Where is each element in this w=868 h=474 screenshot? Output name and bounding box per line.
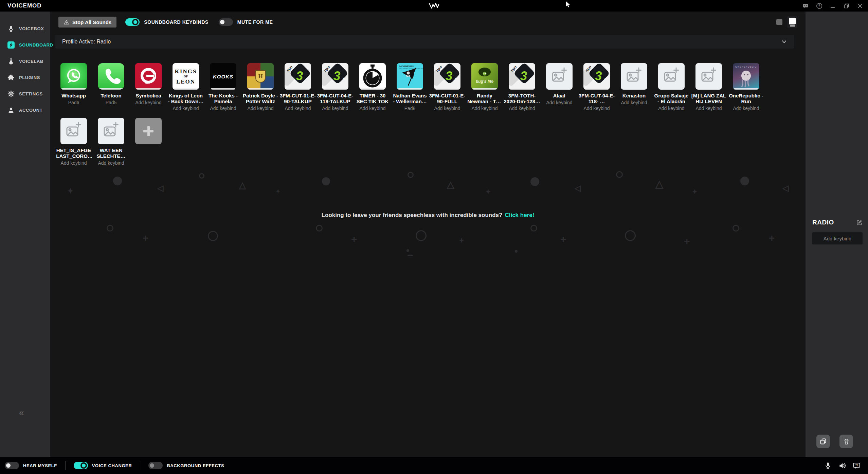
feedback-icon[interactable]: *! — [852, 461, 861, 470]
sidebar-item-label: SETTINGS — [19, 91, 43, 96]
selected-sound-title: RADIO — [812, 219, 834, 226]
decor-tri: △ — [655, 179, 663, 189]
sound-tile-keybind[interactable]: Add keybind — [98, 160, 124, 166]
sound-tile-image[interactable]: NATHAN EVANSWELLERMAN (220KID X BILLEN T… — [397, 63, 423, 90]
sound-tile-keybind[interactable]: Pad8 — [404, 106, 416, 111]
sound-tile-image[interactable] — [695, 63, 722, 90]
sound-tile-keybind[interactable]: Add keybind — [471, 106, 498, 111]
discord-icon[interactable] — [802, 2, 809, 9]
sound-tile-keybind[interactable]: Add keybind — [509, 106, 535, 111]
duplicate-button[interactable] — [816, 435, 830, 448]
svg-text:bug's life: bug's life — [476, 79, 494, 84]
sidebar-item-voicelab[interactable]: VOICELAB — [0, 53, 50, 69]
add-keybind-button[interactable]: Add keybind — [812, 232, 863, 244]
sidebar-item-settings[interactable]: SETTINGS — [0, 86, 50, 102]
bottombar: HEAR MYSELF VOICE CHANGER BACKGROUND EFF… — [0, 457, 868, 474]
sound-tile-keybind[interactable]: Add keybind — [173, 106, 199, 111]
sound-tile-image[interactable]: KINGSOFLEON — [173, 63, 199, 90]
sidebar-item-account[interactable]: ACCOUNT — [0, 102, 50, 118]
sound-tile-image[interactable] — [135, 63, 162, 90]
sound-tile-image[interactable] — [359, 63, 386, 90]
decor-play: ◁ — [782, 184, 789, 192]
sound-tile-keybind[interactable]: Add keybind — [621, 100, 647, 105]
sidebar-item-plugins[interactable]: PLUGINS — [0, 69, 50, 86]
decor-sparkle: ✦ — [486, 189, 491, 195]
speaker-icon[interactable] — [838, 461, 846, 470]
sound-tile-image[interactable] — [546, 63, 573, 90]
sound-tile-keybind[interactable]: Add keybind — [733, 106, 759, 111]
decor-play: ◁ — [575, 184, 581, 192]
decor-dot — [530, 177, 539, 186]
sound-tile-label: 3FM-TOTH-2020-Dm-128… — [504, 93, 540, 104]
decor-dot — [322, 177, 330, 185]
sound-tile-keybind[interactable]: Add keybind — [583, 106, 610, 111]
sound-tile-label: 3FM-CUT-01-E-90-TALKUP — [279, 93, 316, 104]
sidebar-item-soundboard[interactable]: SOUNDBOARD — [0, 37, 50, 53]
sound-tile-keybind[interactable]: Add keybind — [359, 106, 385, 111]
delete-button[interactable] — [839, 435, 853, 448]
sound-tile-label: Patrick Doyle - Potter Waltz — [242, 93, 279, 104]
svg-text:F: F — [306, 77, 308, 81]
svg-text:3: 3 — [446, 69, 453, 83]
voice-changer-toggle[interactable] — [74, 462, 88, 469]
sound-tile-image[interactable]: npo3F — [509, 63, 535, 90]
decor-sparkle: ✦ — [67, 187, 73, 195]
sound-tile-keybind[interactable]: Add keybind — [322, 106, 348, 111]
sound-tile-keybind[interactable]: Add keybind — [434, 106, 460, 111]
gear-icon — [7, 90, 15, 97]
sound-tile-keybind[interactable]: Add keybind — [285, 106, 311, 111]
sound-tile-image[interactable] — [135, 118, 162, 144]
sidebar-item-label: VOICELAB — [19, 59, 43, 64]
close-button[interactable] — [856, 2, 863, 9]
sound-tile-keybind[interactable]: Add keybind — [247, 106, 273, 111]
sound-tile-image[interactable] — [98, 63, 124, 90]
sidebar-item-voicebox[interactable]: VOICEBOX — [0, 20, 50, 37]
sidebar-collapse-button[interactable]: « — [19, 408, 24, 417]
sound-tile-image[interactable]: npo3F — [434, 63, 460, 90]
decor-ring — [733, 225, 739, 232]
sound-tile: WAT EEN SLECHTE… Add keybind — [92, 118, 130, 166]
sound-tile-image[interactable]: npo3F — [285, 63, 311, 90]
sound-tile-image[interactable]: ONEREPUBLIC — [733, 63, 759, 90]
keybind-panel: RADIO Add keybind — [806, 12, 868, 457]
sound-tile-keybind[interactable]: Add keybind — [695, 106, 722, 111]
hear-myself-label: HEAR MYSELF — [23, 463, 57, 468]
sound-tile-image[interactable]: npo3F — [583, 63, 610, 90]
sound-tile-image[interactable]: H — [247, 63, 274, 90]
sidebar-item-label: VOICEBOX — [19, 26, 44, 31]
sound-tile-keybind[interactable]: Add keybind — [210, 106, 236, 111]
svg-text:3: 3 — [333, 69, 341, 83]
sound-tile-keybind[interactable]: Add keybind — [135, 100, 161, 105]
edit-icon[interactable] — [856, 219, 863, 225]
sound-tile-keybind[interactable]: Add keybind — [60, 160, 87, 166]
sound-tile-keybind[interactable]: Pad5 — [106, 100, 117, 105]
microphone-status-icon[interactable] — [824, 461, 832, 470]
sound-tile-image[interactable]: KOOKS — [210, 63, 236, 90]
sound-tile: KINGSOFLEON Kings of Leon - Back Down… A… — [167, 63, 204, 111]
sound-tile-image[interactable] — [60, 63, 87, 90]
sound-tile-label: [M] LANG ZAL HIJ LEVEN — [690, 93, 727, 104]
sound-tile-image[interactable] — [658, 63, 685, 90]
background-effects-toggle[interactable] — [148, 462, 163, 469]
sound-tile-keybind[interactable]: Add keybind — [546, 100, 572, 105]
sound-tile-image[interactable] — [60, 118, 87, 144]
decor-ring — [625, 230, 636, 241]
sound-tile-image[interactable] — [621, 63, 647, 90]
sound-tile-image[interactable]: bug's life — [471, 63, 498, 90]
restore-button[interactable] — [843, 2, 850, 9]
minimize-button[interactable] — [829, 2, 836, 9]
sound-tile: H Patrick Doyle - Potter Waltz Add keybi… — [242, 63, 279, 111]
sidebar-item-label: ACCOUNT — [19, 108, 42, 113]
help-icon[interactable]: ? — [816, 2, 822, 9]
sound-tile-label: Nathan Evans - Wellerman… — [392, 93, 428, 104]
sound-tile: Kenaston Add keybind — [615, 63, 653, 111]
sound-tile-keybind[interactable]: Add keybind — [658, 106, 684, 111]
hear-myself-toggle[interactable] — [5, 462, 19, 469]
sound-tile-image[interactable]: npo3F — [322, 63, 348, 90]
sound-tile-keybind[interactable]: Pad6 — [68, 100, 79, 105]
sound-tile: Whatsapp Pad6 — [55, 63, 92, 111]
svg-text:WELLERMAN (220KID X BILLEN TED: WELLERMAN (220KID X BILLEN TED REMIX) — [399, 68, 423, 70]
sound-tile: NATHAN EVANSWELLERMAN (220KID X BILLEN T… — [391, 63, 429, 111]
sound-tile-image[interactable] — [98, 118, 124, 144]
promo-link[interactable]: Click here! — [505, 212, 534, 218]
